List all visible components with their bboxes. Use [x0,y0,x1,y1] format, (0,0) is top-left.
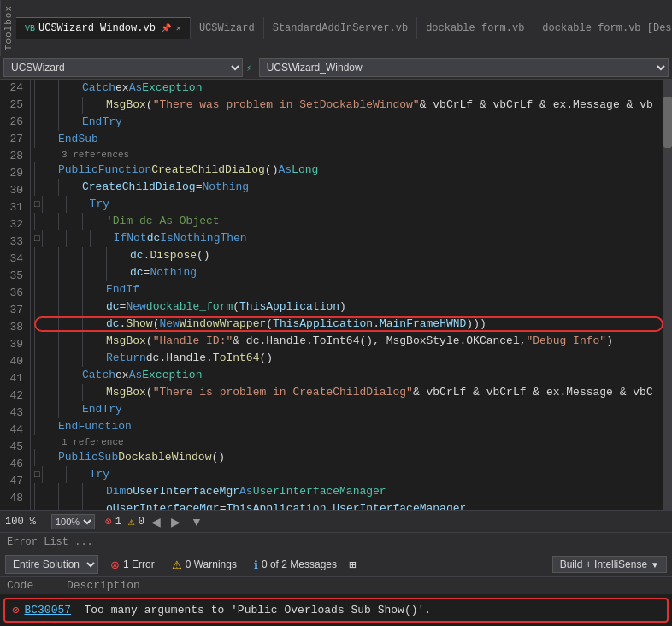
build-dropdown-icon[interactable]: ▼ [651,560,659,570]
code-line-24: Catch ex As Exception [34,80,663,97]
indent-46 [34,401,82,418]
code-line-46: End Try [34,401,663,418]
error-count-icon: ⊗ [110,558,120,571]
line-numbers: 2425262728293031323334353637383940414243… [0,80,31,510]
indent-53 [34,500,106,510]
token-plain: ( [153,316,160,333]
warn-count-icon: ⚠ [172,558,182,571]
indent-51 [42,466,90,483]
token-kw: Return [106,350,146,367]
token-var: MainFrameHWND [380,316,466,333]
error-row-code[interactable]: BC30057 [24,604,84,617]
collapse-btn-33[interactable]: □ [34,196,40,213]
indent-39 [34,298,106,316]
tab-ucswizard[interactable]: UCSWizard [191,17,264,39]
indent-44 [34,367,82,384]
tab-dockable-form-design[interactable]: dockable_form.vb [Design] [533,17,672,39]
token-kw: Is [160,230,174,247]
token-type: Exception [142,367,202,384]
token-var: UserInterfaceManager [333,500,466,510]
token-str: "There was problem in SetDockableWindow" [153,97,420,114]
token-kw: Sub [98,449,118,466]
error-list-header: Error List ... [0,533,672,552]
token-plain: = [220,500,227,510]
ref-count-50: 1 reference [34,435,663,449]
class-selector[interactable]: UCSWizard [3,58,243,77]
build-intellisense-button[interactable]: Build + IntelliSense ▼ [552,556,667,573]
nav-menu-button[interactable]: ▼ [187,515,206,529]
token-plain: ( [146,384,153,401]
token-var: dc [130,247,144,264]
token-kw: Try [90,466,109,483]
token-method: MsgBox [106,333,146,350]
token-plain: () [197,247,210,264]
filter-icon: ⊞ [349,558,356,572]
info-count-icon: ℹ [254,558,258,571]
token-kw: Dim [106,483,126,500]
indent-37 [34,264,130,281]
token-kw: End [106,281,126,298]
token-plain: ))) [466,316,486,333]
zoom-select[interactable]: 100% [51,514,95,529]
error-toolbar: Entire Solution ⊗ 1 Error ⚠ 0 Warnings ℹ… [0,552,672,577]
token-plain: . [144,247,150,264]
indent-40 [34,316,106,333]
error-status-count: 1 [115,516,121,528]
nav-forward-button[interactable]: ▶ [168,515,184,529]
error-count-button[interactable]: ⊗ 1 Error [105,557,160,573]
tab-dockable-form[interactable]: dockable_form.vb [417,17,533,39]
indent-27 [34,131,58,148]
code-line-40: ✏dc.Show(New WindowWrapper(ThisApplicati… [34,316,663,333]
token-plain: ( [266,316,273,333]
scrollbar-thumb[interactable] [663,97,672,148]
indent-24 [34,80,82,97]
token-kw: End [58,418,78,435]
token-method: Dispose [150,247,197,264]
tab-label-dockable-form: dockable_form.vb [426,22,524,34]
messages-count-button[interactable]: ℹ 0 of 2 Messages [249,557,342,573]
warn-count-label: 0 Warnings [186,558,237,570]
col-code-header: Code [7,579,67,592]
token-plain: ) [606,333,613,350]
indent-34 [34,213,106,230]
token-kw: As [129,80,143,97]
nav-back-button[interactable]: ◀ [148,515,164,529]
tab-ucswizard-window[interactable]: VB UCSWizard_Window.vb 📌 ✕ [16,17,191,39]
tab-bar: Toolbox VB UCSWizard_Window.vb 📌 ✕ UCSWi… [0,0,672,56]
tab-label-standardaddinserver: StandardAddInServer.vb [273,22,408,34]
tab-standardaddinserver[interactable]: StandardAddInServer.vb [264,17,417,39]
warning-count-button[interactable]: ⚠ 0 Warnings [167,557,242,573]
code-content[interactable]: Catch ex As ExceptionMsgBox("There was p… [31,80,663,510]
collapse-btn-35[interactable]: □ [34,230,40,247]
token-kw: If [126,281,139,298]
token-plain: () [211,449,225,466]
indent-36 [34,247,130,264]
code-line-31: CreateChildDialog = Nothing [34,179,663,196]
error-table-header: Code Description [0,577,672,594]
code-line-48: End Function [34,418,663,435]
token-kw: Try [90,196,109,213]
close-icon-tab0[interactable]: ✕ [176,23,181,33]
indent-38 [34,281,106,298]
error-row-icon: ⊗ [12,603,19,617]
tab-label-dockable-form-design: dockable_form.vb [Design] [542,22,672,34]
pin-icon[interactable]: 📌 [161,23,171,33]
token-kw: New [159,316,179,333]
token-plain: ) [339,298,346,316]
scope-selector[interactable]: Entire Solution [5,555,98,574]
token-kw: Nothing [202,179,249,196]
col-desc-header: Description [67,579,665,592]
scrollbar-vertical[interactable] [663,80,672,510]
collapse-btn-51[interactable]: □ [34,466,40,483]
token-plain: () [265,162,279,179]
token-kw: Then [220,230,246,247]
token-kw: End [82,401,102,418]
token-plain: ( [233,298,239,316]
indent-42 [34,350,106,367]
token-str: "There is problem in CreateChildDialog" [153,384,413,401]
code-line-26: End Try [34,114,663,131]
vb-icon: VB [25,24,35,33]
token-kw: Catch [82,80,115,97]
method-selector[interactable]: UCSWizard_Window [259,58,669,77]
token-plain: ( [146,333,153,350]
